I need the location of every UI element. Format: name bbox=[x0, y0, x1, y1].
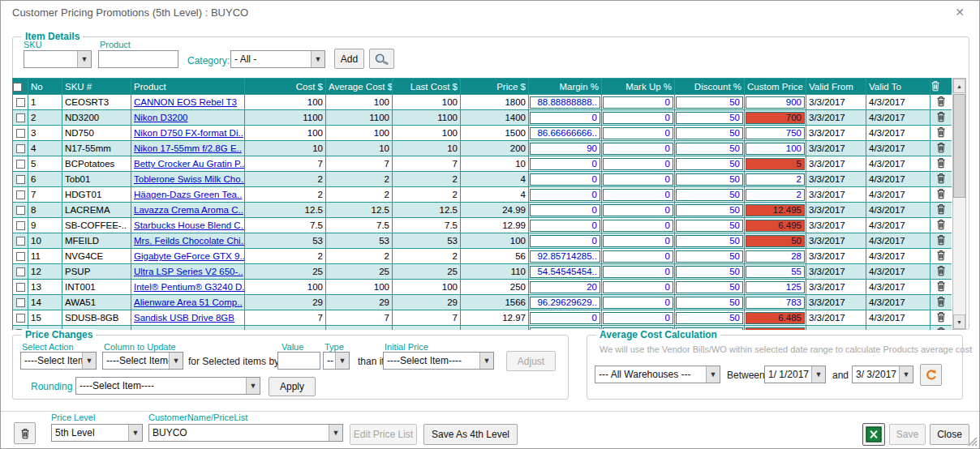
trash-icon[interactable] bbox=[936, 280, 946, 292]
valid-from-cell[interactable]: 3/3/2017 bbox=[806, 310, 866, 326]
valid-to-cell[interactable]: 4/3/2017 bbox=[866, 126, 931, 141]
sku-combobox[interactable]: ▼ bbox=[24, 50, 92, 68]
custom-price-input[interactable]: 5 bbox=[746, 158, 805, 170]
valid-from-cell[interactable]: 3/3/2017 bbox=[806, 280, 866, 295]
close-button[interactable]: Close bbox=[930, 424, 969, 445]
valid-to-cell[interactable]: 4/3/2017 bbox=[866, 326, 931, 331]
chevron-down-icon[interactable]: ▼ bbox=[479, 353, 493, 369]
valid-to-cell[interactable]: 4/3/2017 bbox=[866, 187, 931, 203]
margin-input[interactable]: 0 bbox=[530, 204, 600, 216]
col-no[interactable]: No bbox=[28, 79, 62, 95]
markup-input[interactable]: 0 bbox=[603, 143, 673, 155]
row-checkbox[interactable] bbox=[16, 175, 25, 184]
select-action-combobox[interactable]: ----Select Item--- ▼ bbox=[20, 352, 97, 370]
scroll-up-icon[interactable]: ▲ bbox=[953, 79, 965, 93]
date-to-picker[interactable]: 3/ 3/2017 ▼ bbox=[852, 366, 913, 383]
value-input[interactable] bbox=[277, 352, 320, 370]
custom-price-input[interactable]: 783 bbox=[746, 297, 805, 309]
discount-input[interactable]: 50 bbox=[676, 127, 743, 139]
discount-input[interactable]: 50 bbox=[676, 112, 743, 124]
product-link[interactable]: Mrs. Feilds Chocolate Chi.. bbox=[134, 236, 245, 246]
trash-icon[interactable] bbox=[936, 219, 946, 230]
trash-icon[interactable] bbox=[936, 111, 946, 122]
col-cost[interactable]: Cost $ bbox=[245, 79, 326, 95]
product-link[interactable]: Nikon 17-55mm f/2.8G E.. bbox=[134, 143, 242, 153]
col-avg-cost[interactable]: Average Cost $ bbox=[326, 79, 393, 95]
row-checkbox[interactable] bbox=[16, 190, 25, 199]
discount-input[interactable]: 50 bbox=[676, 96, 743, 109]
valid-to-cell[interactable]: 4/3/2017 bbox=[866, 172, 931, 187]
rounding-combobox[interactable]: ----Select Item---- ▼ bbox=[75, 377, 260, 395]
edit-price-list-button[interactable]: Edit Price List bbox=[350, 424, 417, 445]
custom-price-input[interactable]: 55 bbox=[746, 266, 805, 278]
row-checkbox[interactable] bbox=[16, 221, 25, 230]
product-link[interactable]: Nikon D3200 bbox=[134, 113, 187, 122]
col-sku[interactable]: SKU # bbox=[62, 79, 131, 95]
row-checkbox[interactable] bbox=[16, 144, 25, 153]
row-checkbox[interactable] bbox=[16, 298, 25, 307]
valid-to-cell[interactable]: 4/3/2017 bbox=[866, 233, 931, 249]
margin-input[interactable]: 0 bbox=[530, 312, 600, 324]
col-product[interactable]: Product bbox=[131, 79, 245, 95]
custom-price-input[interactable]: 28 bbox=[746, 250, 805, 263]
valid-from-cell[interactable]: 3/3/2017 bbox=[806, 156, 866, 172]
category-combobox[interactable]: - All - ▼ bbox=[230, 50, 325, 68]
save-button[interactable]: Save bbox=[889, 424, 926, 445]
col-valid-to[interactable]: Valid To bbox=[866, 79, 931, 95]
price-level-combobox[interactable]: 5th Level ▼ bbox=[51, 424, 143, 442]
adjust-button[interactable]: Adjust bbox=[506, 351, 556, 371]
row-checkbox[interactable] bbox=[16, 252, 25, 261]
discount-input[interactable]: 50 bbox=[676, 312, 743, 324]
markup-input[interactable]: 0 bbox=[603, 250, 673, 263]
discount-input[interactable]: 50 bbox=[676, 143, 743, 155]
add-button[interactable]: Add bbox=[334, 49, 364, 69]
chevron-down-icon[interactable]: ▼ bbox=[82, 353, 96, 369]
trash-icon[interactable] bbox=[936, 296, 946, 307]
col-markup[interactable]: Mark Up % bbox=[602, 79, 675, 95]
chevron-down-icon[interactable]: ▼ bbox=[329, 425, 342, 441]
valid-from-cell[interactable]: 3/3/2017 bbox=[806, 264, 866, 280]
discount-input[interactable]: 50 bbox=[676, 158, 743, 170]
close-icon[interactable]: ✕ bbox=[953, 6, 966, 19]
trash-icon[interactable] bbox=[936, 327, 946, 330]
trash-icon[interactable] bbox=[936, 157, 946, 169]
custom-price-input[interactable]: 6.485 bbox=[746, 312, 805, 324]
discount-input[interactable]: 50 bbox=[676, 281, 743, 293]
chevron-down-icon[interactable]: ▼ bbox=[169, 353, 183, 369]
custom-price-input[interactable]: 125 bbox=[746, 281, 805, 293]
valid-to-cell[interactable]: 4/3/2017 bbox=[866, 295, 931, 310]
markup-input[interactable]: 0 bbox=[603, 281, 673, 293]
margin-input[interactable]: 0 bbox=[530, 189, 600, 201]
trash-icon[interactable] bbox=[936, 96, 946, 107]
row-checkbox[interactable] bbox=[16, 314, 25, 323]
chevron-down-icon[interactable]: ▼ bbox=[811, 366, 825, 383]
col-valid-from[interactable]: Valid From bbox=[806, 79, 866, 95]
markup-input[interactable]: 0 bbox=[603, 297, 673, 309]
margin-input[interactable]: 90 bbox=[530, 143, 600, 155]
product-link[interactable]: Lavazza Crema Aroma C.. bbox=[134, 205, 243, 215]
product-link[interactable]: Gigabyte GeForce GTX 9.. bbox=[134, 251, 245, 261]
margin-input[interactable]: 0 bbox=[530, 112, 600, 124]
custom-price-input[interactable]: 50 bbox=[746, 235, 805, 247]
product-link[interactable]: CANNON EOS Rebel T3 bbox=[134, 97, 237, 107]
chevron-down-icon[interactable]: ▼ bbox=[899, 366, 913, 383]
discount-input[interactable]: 50 bbox=[676, 204, 743, 216]
margin-input[interactable]: 0 bbox=[530, 158, 600, 170]
chevron-down-icon[interactable]: ▼ bbox=[335, 353, 349, 369]
scrollbar-thumb[interactable] bbox=[953, 94, 965, 198]
valid-to-cell[interactable]: 4/3/2017 bbox=[866, 249, 931, 264]
date-from-picker[interactable]: 1/ 1/2017 ▼ bbox=[764, 366, 826, 383]
markup-input[interactable]: 0 bbox=[603, 189, 673, 201]
product-link[interactable]: Alienware Area 51 Comp.. bbox=[134, 297, 243, 307]
custom-price-input[interactable]: 100 bbox=[746, 143, 805, 155]
margin-input[interactable]: 0 bbox=[530, 173, 600, 186]
type-combobox[interactable]: -- ▼ bbox=[323, 352, 350, 370]
margin-input[interactable]: 0 bbox=[530, 220, 600, 232]
valid-to-cell[interactable]: 4/3/2017 bbox=[866, 280, 931, 295]
trash-icon[interactable] bbox=[936, 311, 946, 323]
valid-from-cell[interactable]: 3/3/2017 bbox=[806, 172, 866, 187]
trash-icon[interactable] bbox=[936, 173, 946, 184]
discount-input[interactable]: 50 bbox=[676, 250, 743, 263]
product-link[interactable]: Ultra LSP Series V2 650-.. bbox=[134, 267, 243, 276]
custom-price-input[interactable]: 2 bbox=[746, 189, 805, 201]
